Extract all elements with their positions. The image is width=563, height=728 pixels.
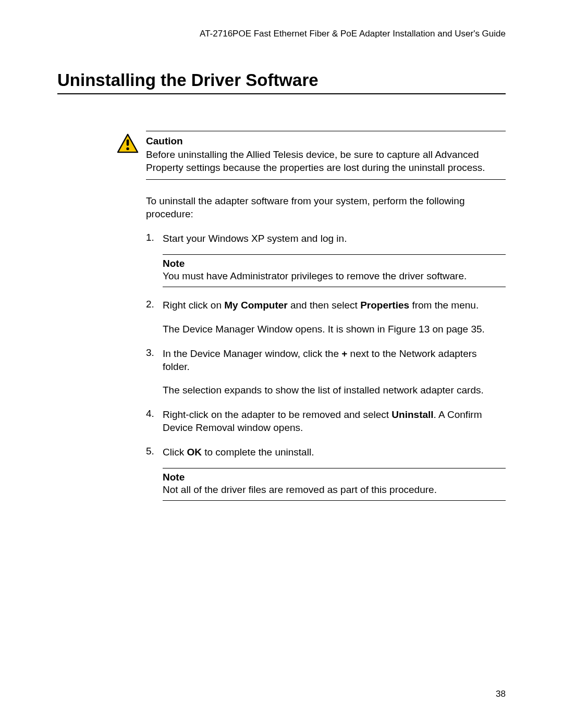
step-extra: The Device Manager Window opens. It is s… <box>163 323 506 336</box>
page-number: 38 <box>496 689 506 699</box>
procedure-list: Start your Windows XP system and log in.… <box>146 232 506 501</box>
step-5: Click OK to complete the uninstall. Note… <box>146 446 506 501</box>
document-page: AT-2716POE Fast Ethernet Fiber & PoE Ada… <box>0 0 563 728</box>
svg-point-2 <box>126 147 129 150</box>
text-run: Right click on <box>163 300 224 311</box>
content-block: Caution Before uninstalling the Allied T… <box>146 131 506 501</box>
text-run: from the menu. <box>409 300 479 311</box>
note-body: Not all of the driver files are removed … <box>163 484 437 495</box>
section-title: Uninstalling the Driver Software <box>57 70 506 90</box>
running-header: AT-2716POE Fast Ethernet Fiber & PoE Ada… <box>57 29 506 39</box>
bold-run: Uninstall <box>391 409 433 420</box>
note-label: Note <box>163 258 506 269</box>
step-extra: The selection expands to show the list o… <box>163 384 506 397</box>
step-3: In the Device Manager window, click the … <box>146 347 506 397</box>
step-1: Start your Windows XP system and log in.… <box>146 232 506 287</box>
text-run: Right-click on the adapter to be removed… <box>163 409 391 420</box>
text-run: and then select <box>288 300 360 311</box>
text-run: Start your Windows XP system and log in. <box>163 233 347 244</box>
step-text: Click OK to complete the uninstall. <box>163 446 506 459</box>
text-run: to complete the uninstall. <box>202 447 314 458</box>
note-label: Note <box>163 472 506 483</box>
step-4: Right-click on the adapter to be removed… <box>146 408 506 434</box>
svg-rect-1 <box>127 139 129 145</box>
caution-body: Before uninstalling the Allied Telesis d… <box>146 149 485 173</box>
text-run: In the Device Manager window, click the <box>163 348 341 359</box>
text-run: Click <box>163 447 187 458</box>
note-body: You must have Administrator privileges t… <box>163 270 467 281</box>
caution-callout: Caution Before uninstalling the Allied T… <box>146 131 506 180</box>
bold-run: Properties <box>360 300 409 311</box>
bold-run: + <box>341 348 347 359</box>
warning-icon <box>117 133 139 153</box>
step-text: Right-click on the adapter to be removed… <box>163 408 506 434</box>
title-rule <box>57 93 506 94</box>
intro-paragraph: To uninstall the adapter software from y… <box>146 194 506 220</box>
note-callout: Note You must have Administrator privile… <box>163 254 506 287</box>
bold-run: My Computer <box>224 300 287 311</box>
step-text: Right click on My Computer and then sele… <box>163 299 506 312</box>
step-text: In the Device Manager window, click the … <box>163 347 506 373</box>
bold-run: OK <box>187 447 202 458</box>
step-text: Start your Windows XP system and log in. <box>163 232 506 245</box>
caution-label: Caution <box>146 135 506 147</box>
step-2: Right click on My Computer and then sele… <box>146 299 506 335</box>
note-callout: Note Not all of the driver files are rem… <box>163 468 506 501</box>
